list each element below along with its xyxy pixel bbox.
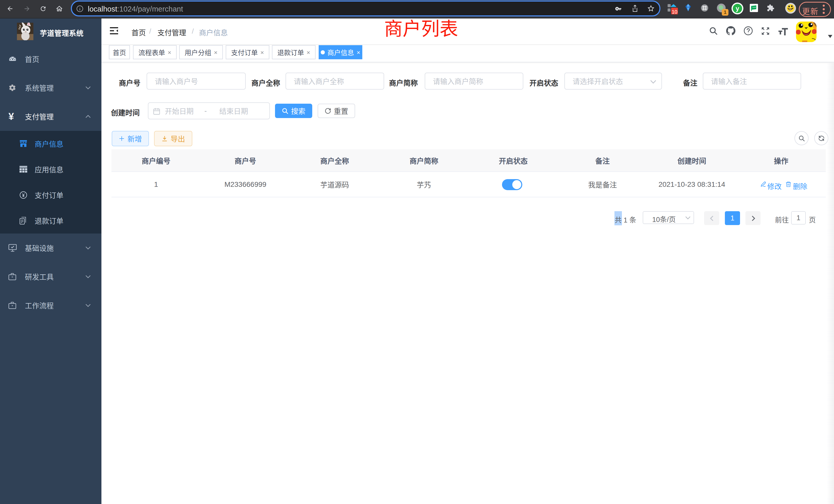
svg-text:y: y	[736, 5, 739, 12]
